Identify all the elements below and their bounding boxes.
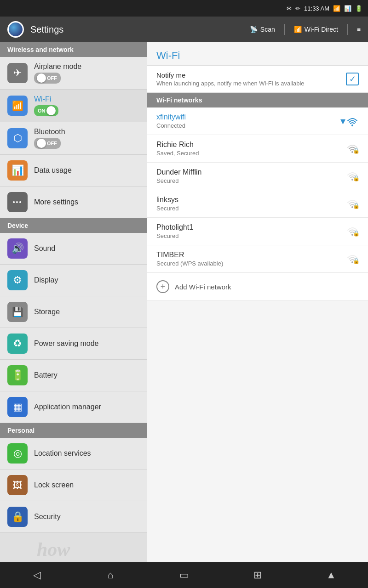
sidebar-item-display[interactable]: ⚙ Display <box>0 265 147 296</box>
xfinitywifi-signal-icon: ▾ <box>340 115 345 127</box>
xfinitywifi-info: xfinitywifi Connected <box>156 113 335 129</box>
action-divider-1 <box>284 24 285 35</box>
battery-label: Battery <box>34 371 139 379</box>
timber-name: TIMBER <box>156 251 340 259</box>
lock-icon-richie: 🔒 <box>353 147 360 154</box>
notify-checkbox[interactable]: ✓ <box>346 73 359 85</box>
storage-icon: 💾 <box>7 302 28 322</box>
timber-status: Secured (WPS available) <box>156 260 340 267</box>
location-text: Location services <box>34 449 139 458</box>
sidebar-item-battery[interactable]: 🔋 Battery <box>0 360 147 391</box>
menu-button[interactable]: ▲ <box>320 564 342 586</box>
richie-rich-status: Saved, Secured <box>156 150 340 157</box>
power-saving-text: Power saving mode <box>34 339 139 348</box>
display-icon: ⚙ <box>7 270 28 290</box>
wifi-panel-title: Wi-Fi <box>147 42 368 66</box>
photolight1-status: Secured <box>156 232 340 239</box>
add-wifi-network-button[interactable]: + Add Wi-Fi network <box>147 273 368 301</box>
notify-title: Notify me <box>156 71 340 79</box>
wifi-direct-button[interactable]: 📶 Wi-Fi Direct <box>294 26 338 33</box>
qr-icon: ⊞ <box>253 569 262 581</box>
airplane-mode-text: Airplane mode OFF <box>34 62 139 84</box>
back-button[interactable]: ◁ <box>26 564 48 586</box>
more-settings-text: More settings <box>34 198 139 206</box>
app-title: Settings <box>30 24 243 35</box>
lock-icon-linksys: 🔒 <box>353 203 360 209</box>
sidebar-item-storage[interactable]: 💾 Storage <box>0 296 147 328</box>
linksys-signal: 🔒 <box>346 199 359 209</box>
lock-icon-timber: 🔒 <box>353 258 360 264</box>
qr-button[interactable]: ⊞ <box>247 564 269 586</box>
recents-icon: ▭ <box>179 569 189 581</box>
data-usage-icon: 📊 <box>7 160 28 181</box>
richie-rich-name: Richie Rich <box>156 141 340 149</box>
security-text: Security <box>34 513 139 521</box>
app-logo <box>7 21 24 38</box>
bluetooth-text: Bluetooth OFF <box>34 128 139 149</box>
right-panel: Wi-Fi Notify me When launching apps, not… <box>147 42 368 562</box>
network-item-xfinitywifi[interactable]: xfinitywifi Connected ▾ <box>147 107 368 135</box>
scan-button[interactable]: 📡 Scan <box>250 26 275 33</box>
home-icon: ⌂ <box>107 569 113 581</box>
battery-icon: 🔋 <box>355 5 362 12</box>
airplane-mode-icon: ✈ <box>7 63 28 83</box>
sidebar-item-power-saving[interactable]: ♻ Power saving mode <box>0 328 147 360</box>
bluetooth-toggle[interactable]: OFF <box>34 138 61 149</box>
more-settings-label: More settings <box>34 198 139 206</box>
network-item-photolight1[interactable]: Photolight1 Secured 🔒 <box>147 218 368 245</box>
wifi-status-icon: 📶 <box>333 5 340 12</box>
network-item-dunder-mifflin[interactable]: Dunder Mifflin Secured 🔒 <box>147 163 368 190</box>
sidebar-item-sound[interactable]: 🔊 Sound <box>0 233 147 265</box>
sidebar-item-more-settings[interactable]: ••• More settings <box>0 187 147 218</box>
sidebar-item-bluetooth[interactable]: ⬡ Bluetooth OFF <box>0 122 147 155</box>
wifi-text: Wi-Fi ON <box>34 95 139 116</box>
status-bar-right: ✉ ✏ 11:33 AM 📶 📊 🔋 <box>287 5 362 12</box>
data-usage-label: Data usage <box>34 166 139 175</box>
sidebar-item-airplane-mode[interactable]: ✈ Airplane mode OFF <box>0 57 147 90</box>
notify-row[interactable]: Notify me When launching apps, notify me… <box>147 66 368 93</box>
storage-label: Storage <box>34 308 139 316</box>
personal-section-label: Personal <box>7 427 34 434</box>
timber-signal: 🔒 <box>346 254 359 264</box>
wifi-toggle[interactable]: ON <box>34 105 58 116</box>
security-icon: 🔒 <box>7 507 28 527</box>
photolight1-signal: 🔒 <box>346 226 359 237</box>
photolight1-name: Photolight1 <box>156 223 340 232</box>
dunder-mifflin-info: Dunder Mifflin Secured <box>156 168 340 184</box>
overflow-menu-button[interactable]: ≡ <box>357 26 361 33</box>
action-divider-2 <box>347 24 348 35</box>
bluetooth-toggle-container: OFF <box>34 138 139 149</box>
sidebar-item-app-manager[interactable]: ▦ Application manager <box>0 391 147 423</box>
wifi-direct-icon: 📶 <box>294 26 302 33</box>
app-bar-actions: 📡 Scan 📶 Wi-Fi Direct ≡ <box>250 24 361 35</box>
wifi-label: Wi-Fi <box>34 95 139 103</box>
sidebar-item-wifi[interactable]: 📶 Wi-Fi ON <box>0 90 147 122</box>
linksys-status: Secured <box>156 205 340 212</box>
scan-icon: 📡 <box>250 26 258 33</box>
wireless-section-label: Wireless and network <box>7 46 74 53</box>
menu-icon: ▲ <box>326 569 336 581</box>
wifi-icon: 📶 <box>7 96 28 116</box>
wifi-toggle-container: ON <box>34 105 139 116</box>
sidebar-item-lock-screen[interactable]: 🖼 Lock screen <box>0 469 147 501</box>
more-settings-icon: ••• <box>7 192 28 212</box>
svg-point-0 <box>351 124 353 126</box>
sidebar-item-security[interactable]: 🔒 Security <box>0 501 147 533</box>
signal-icon: 📊 <box>344 5 351 12</box>
linksys-name: linksys <box>156 196 340 204</box>
sidebar-item-data-usage[interactable]: 📊 Data usage <box>0 155 147 187</box>
network-item-timber[interactable]: TIMBER Secured (WPS available) 🔒 <box>147 245 368 273</box>
lock-screen-icon: 🖼 <box>7 475 28 495</box>
network-item-richie-rich[interactable]: Richie Rich Saved, Secured 🔒 <box>147 135 368 163</box>
security-label: Security <box>34 513 139 521</box>
home-button[interactable]: ⌂ <box>99 564 121 586</box>
network-item-linksys[interactable]: linksys Secured 🔒 <box>147 190 368 218</box>
battery-icon-sidebar: 🔋 <box>7 365 28 385</box>
power-saving-icon: ♻ <box>7 334 28 354</box>
airplane-toggle[interactable]: OFF <box>34 73 61 84</box>
sidebar: Wireless and network ✈ Airplane mode OFF… <box>0 42 147 562</box>
overflow-icon: ≡ <box>357 26 361 33</box>
lock-icon-photolight: 🔒 <box>353 230 360 237</box>
recents-button[interactable]: ▭ <box>173 564 195 586</box>
sidebar-item-location[interactable]: ◎ Location services <box>0 438 147 469</box>
